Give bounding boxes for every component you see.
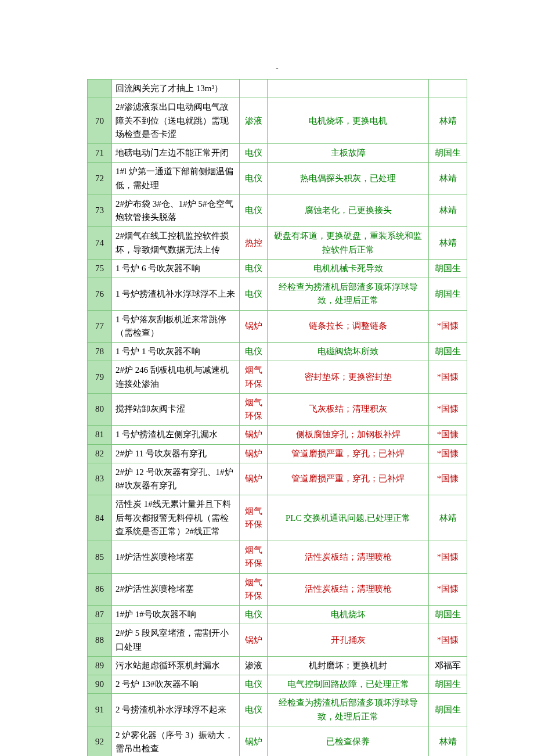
row-solution: 已检查保养 (268, 726, 429, 756)
row-person: 胡国生 (429, 675, 467, 694)
row-description: 活性炭 1#线无累计量并且下料后每次都报警无料停机（需检查系统是否正常）2#线正… (112, 495, 240, 541)
row-solution: 主板故障 (268, 144, 429, 163)
row-person (429, 80, 467, 98)
row-description: 1#炉 1#号吹灰器不响 (112, 606, 240, 624)
row-description: 1 号炉捞渣机左侧穿孔漏水 (112, 426, 240, 444)
row-solution: 电气控制回路故障，已处理正常 (268, 675, 429, 694)
row-description: 2#炉 12 号吹灰器有穿孔、1#炉 8#吹灰器有穿孔 (112, 463, 240, 495)
row-category: 锅炉 (240, 624, 268, 657)
row-description: 2 炉雾化器（序号 3）振动大，需吊出检查 (112, 726, 240, 756)
row-person: 胡国生 (429, 259, 467, 278)
row-index: 92 (88, 726, 112, 756)
row-category: 电仪 (240, 144, 268, 163)
row-description: 2#烟气在线工控机监控软件损坏，导致烟气数据无法上传 (112, 227, 240, 260)
table-row: 89污水站超虑循环泵机封漏水渗液机封磨坏；更换机封邓福军 (88, 656, 467, 675)
row-description: 地磅电动门左边不能正常开闭 (112, 144, 240, 163)
row-solution: 链条拉长；调整链条 (268, 310, 429, 343)
row-solution: 活性炭板结；清理喷枪 (268, 573, 429, 606)
row-description: 2 号炉 13#吹灰器不响 (112, 675, 240, 694)
row-person: 胡国生 (429, 694, 467, 726)
row-category: 锅炉 (240, 444, 268, 463)
row-person: 胡国生 (429, 343, 467, 361)
row-solution: 电机机械卡死导致 (268, 259, 429, 278)
table-row: 902 号炉 13#吹灰器不响电仪电气控制回路故障，已处理正常胡国生 (88, 675, 467, 694)
table-row: 80搅拌站卸灰阀卡涩烟气环保飞灰板结；清理积灰*国慷 (88, 393, 467, 426)
table-row: 811 号炉捞渣机左侧穿孔漏水锅炉侧板腐蚀穿孔；加钢板补焊*国慷 (88, 426, 467, 444)
row-category: 锅炉 (240, 726, 268, 756)
row-index: 84 (88, 495, 112, 541)
row-index: 81 (88, 426, 112, 444)
row-solution: 密封垫坏；更换密封垫 (268, 361, 429, 394)
row-index: 76 (88, 278, 112, 311)
row-category: 锅炉 (240, 310, 268, 343)
row-person: *国慷 (429, 573, 467, 606)
row-person: 胡国生 (429, 278, 467, 311)
row-person: 林靖 (429, 195, 467, 227)
row-index: 86 (88, 573, 112, 606)
table-row: 822#炉 11 号吹灰器有穿孔锅炉管道磨损严重，穿孔；已补焊*国慷 (88, 444, 467, 463)
defect-table: 回流阀关完了才抽上 13m³）702#渗滤液泵出口电动阀电气故障关不到位（送电就… (87, 79, 467, 756)
row-category: 电仪 (240, 259, 268, 278)
table-row: 732#炉布袋 3#仓、1#炉 5#仓空气炮软管接头脱落电仪腐蚀老化，已更换接头… (88, 195, 467, 227)
table-row: 761 号炉捞渣机补水浮球浮不上来电仪经检查为捞渣机后部渣多顶坏浮球导致，处理后… (88, 278, 467, 311)
row-person: *国慷 (429, 393, 467, 426)
row-category: 渗液 (240, 98, 268, 144)
row-person: *国慷 (429, 541, 467, 574)
row-solution: 开孔捅灰 (268, 624, 429, 657)
row-category: 渗液 (240, 656, 268, 675)
row-person: 林靖 (429, 98, 467, 144)
row-solution: 电机烧坏 (268, 606, 429, 624)
row-category: 电仪 (240, 163, 268, 195)
row-solution: 管道磨损严重，穿孔；已补焊 (268, 444, 429, 463)
table-row: 912 号捞渣机补水浮球浮不起来电仪经检查为捞渣机后部渣多顶坏浮球导致，处理后正… (88, 694, 467, 726)
row-description: 2#炉活性炭喷枪堵塞 (112, 573, 240, 606)
row-solution: 侧板腐蚀穿孔；加钢板补焊 (268, 426, 429, 444)
table-row: 771 号炉落灰刮板机近来常跳停（需检查）锅炉链条拉长；调整链条*国慷 (88, 310, 467, 343)
row-description: 2 号捞渣机补水浮球浮不起来 (112, 694, 240, 726)
row-category: 烟气环保 (240, 393, 268, 426)
row-index: 89 (88, 656, 112, 675)
row-solution: 飞灰板结；清理积灰 (268, 393, 429, 426)
row-category: 电仪 (240, 694, 268, 726)
row-index: 82 (88, 444, 112, 463)
row-description: 1#炉活性炭喷枪堵塞 (112, 541, 240, 574)
row-solution (268, 80, 429, 98)
table-row: 922 炉雾化器（序号 3）振动大，需吊出检查锅炉已检查保养林靖 (88, 726, 467, 756)
row-person: *国慷 (429, 624, 467, 657)
row-category: 烟气环保 (240, 361, 268, 394)
table-row: 792#炉 246 刮板机电机与减速机连接处渗油烟气环保密封垫坏；更换密封垫*国… (88, 361, 467, 394)
row-category: 烟气环保 (240, 495, 268, 541)
table-row: 832#炉 12 号吹灰器有穿孔、1#炉 8#吹灰器有穿孔锅炉管道磨损严重，穿孔… (88, 463, 467, 495)
row-description: 搅拌站卸灰阀卡涩 (112, 393, 240, 426)
table-row: 862#炉活性炭喷枪堵塞烟气环保活性炭板结；清理喷枪*国慷 (88, 573, 467, 606)
row-description: 2#炉 5 段风室堵渣，需割开小口处理 (112, 624, 240, 657)
row-category (240, 80, 268, 98)
table-row: 721#l 炉第一通道下部前侧烟温偏低，需处理电仪热电偶探头积灰，已处理林靖 (88, 163, 467, 195)
row-person: *国慷 (429, 310, 467, 343)
row-index: 79 (88, 361, 112, 394)
row-description: 1 号炉落灰刮板机近来常跳停（需检查） (112, 310, 240, 343)
row-description: 2#炉布袋 3#仓、1#炉 5#仓空气炮软管接头脱落 (112, 195, 240, 227)
row-category: 电仪 (240, 343, 268, 361)
row-solution: 活性炭板结；清理喷枪 (268, 541, 429, 574)
row-person: *国慷 (429, 426, 467, 444)
row-category: 电仪 (240, 278, 268, 311)
table-row: 871#炉 1#号吹灰器不响电仪电机烧坏胡国生 (88, 606, 467, 624)
row-index: 88 (88, 624, 112, 657)
row-description: 1 号炉 6 号吹灰器不响 (112, 259, 240, 278)
row-category: 电仪 (240, 195, 268, 227)
row-category: 锅炉 (240, 463, 268, 495)
row-person: 胡国生 (429, 144, 467, 163)
table-row: 781 号炉 1 号吹灰器不响电仪电磁阀烧坏所致胡国生 (88, 343, 467, 361)
row-description: 回流阀关完了才抽上 13m³） (112, 80, 240, 98)
row-index: 77 (88, 310, 112, 343)
table-row: 882#炉 5 段风室堵渣，需割开小口处理锅炉开孔捅灰*国慷 (88, 624, 467, 657)
header-mark: - (87, 64, 467, 73)
row-person: 林靖 (429, 163, 467, 195)
row-solution: 管道磨损严重，穿孔；已补焊 (268, 463, 429, 495)
row-index: 83 (88, 463, 112, 495)
row-solution: 腐蚀老化，已更换接头 (268, 195, 429, 227)
row-category: 热控 (240, 227, 268, 260)
row-person: 林靖 (429, 495, 467, 541)
row-person: *国慷 (429, 361, 467, 394)
